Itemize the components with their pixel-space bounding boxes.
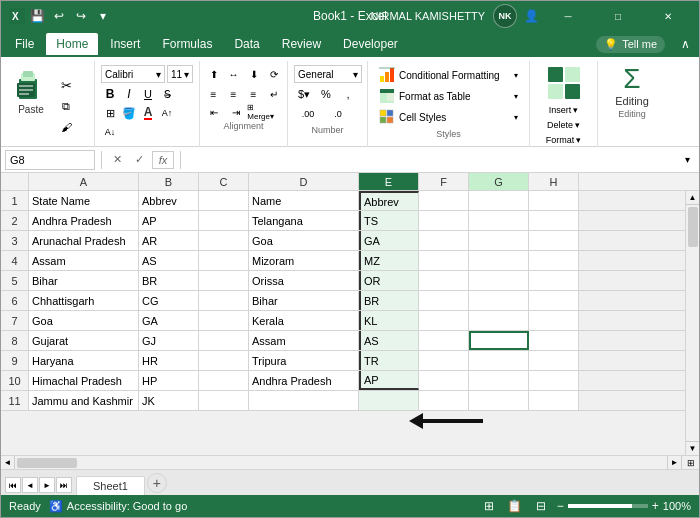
new-sheet-button[interactable]: + (147, 473, 167, 493)
minimize-button[interactable]: ─ (545, 1, 591, 31)
cell[interactable] (419, 231, 469, 250)
font-size-dropdown[interactable]: 11 ▾ (167, 65, 193, 83)
cell[interactable]: Abbrev (139, 191, 199, 210)
currency-button[interactable]: $▾ (294, 85, 314, 103)
cell[interactable]: GA (359, 231, 419, 250)
cell[interactable] (529, 331, 579, 350)
normal-view-button[interactable]: ⊞ (479, 496, 499, 516)
insert-cells-button[interactable]: Insert ▾ (538, 103, 589, 117)
menu-formulas[interactable]: Formulas (152, 33, 222, 55)
cell[interactable] (199, 271, 249, 290)
scroll-up-button[interactable]: ▲ (686, 191, 700, 205)
cell[interactable]: CG (139, 291, 199, 310)
paste-button[interactable]: Paste (9, 65, 53, 147)
scroll-left-button[interactable]: ◄ (1, 456, 15, 470)
cell[interactable]: GA (139, 311, 199, 330)
cell[interactable] (529, 211, 579, 230)
cell[interactable]: GJ (139, 331, 199, 350)
cell[interactable]: AR (139, 231, 199, 250)
strikethrough-button[interactable]: S̶ (158, 85, 176, 103)
increase-decimal-button[interactable]: .00 (294, 105, 322, 123)
horizontal-scrollbar[interactable]: ◄ ► ⊞ (1, 455, 699, 469)
format-table-button[interactable]: Format as Table ▾ (374, 86, 523, 106)
cell[interactable] (419, 251, 469, 270)
customize-qa-button[interactable]: ▾ (93, 6, 113, 26)
cell[interactable]: Orissa (249, 271, 359, 290)
col-header-b[interactable]: B (139, 173, 199, 190)
cell[interactable] (529, 271, 579, 290)
menu-developer[interactable]: Developer (333, 33, 408, 55)
cell[interactable]: Andhra Pradesh (249, 371, 359, 390)
cell[interactable] (199, 211, 249, 230)
cell[interactable] (199, 251, 249, 270)
cell[interactable] (419, 291, 469, 310)
align-top-button[interactable]: ⬆ (204, 65, 223, 83)
cell[interactable] (199, 291, 249, 310)
cell-styles-button[interactable]: Cell Styles ▾ (374, 107, 523, 127)
cell[interactable]: HR (139, 351, 199, 370)
undo-button[interactable]: ↩ (49, 6, 69, 26)
row-header[interactable]: 11 (1, 391, 29, 410)
number-format-dropdown[interactable]: General ▾ (294, 65, 362, 83)
tell-me-input[interactable]: 💡 Tell me (596, 36, 665, 53)
ribbon-expand-button[interactable]: ∧ (675, 34, 695, 54)
italic-button[interactable]: I (120, 85, 138, 103)
cell[interactable] (469, 211, 529, 230)
cell[interactable]: Bihar (249, 291, 359, 310)
cell[interactable]: Mizoram (249, 251, 359, 270)
decrease-decimal-button[interactable]: .0 (324, 105, 352, 123)
col-header-c[interactable]: C (199, 173, 249, 190)
zoom-out-button[interactable]: − (557, 499, 564, 513)
redo-button[interactable]: ↪ (71, 6, 91, 26)
cell[interactable]: Telangana (249, 211, 359, 230)
fill-color-button[interactable]: 🪣 (120, 104, 138, 122)
row-header[interactable]: 3 (1, 231, 29, 250)
comma-button[interactable]: , (338, 85, 358, 103)
menu-home[interactable]: Home (46, 33, 98, 55)
sheet-nav-first[interactable]: ⏮ (5, 477, 21, 493)
sheet-tab-sheet1[interactable]: Sheet1 (76, 476, 145, 495)
cell[interactable]: Himachal Pradesh (29, 371, 139, 390)
delete-cells-button[interactable]: Delete ▾ (538, 118, 589, 132)
zoom-slider-container[interactable]: − + 100% (557, 499, 691, 513)
formula-expand-button[interactable]: ▾ (679, 154, 695, 165)
cell[interactable]: KL (359, 311, 419, 330)
cell[interactable] (419, 311, 469, 330)
font-color-button[interactable]: A (139, 104, 157, 122)
cell[interactable] (469, 251, 529, 270)
cell[interactable]: JK (139, 391, 199, 410)
cell[interactable] (419, 211, 469, 230)
maximize-button[interactable]: □ (595, 1, 641, 31)
formula-input[interactable] (187, 153, 675, 167)
cell[interactable]: Gujarat (29, 331, 139, 350)
cell[interactable] (469, 371, 529, 390)
vertical-scrollbar[interactable]: ▲ ▼ (685, 191, 699, 455)
cell[interactable] (469, 311, 529, 330)
cell[interactable] (419, 271, 469, 290)
cell[interactable]: Name (249, 191, 359, 210)
cell[interactable] (469, 191, 529, 210)
col-header-g[interactable]: G (469, 173, 529, 190)
format-cells-button[interactable]: Format ▾ (538, 133, 589, 147)
cut-button[interactable]: ✂ (55, 75, 77, 95)
cell[interactable]: TS (359, 211, 419, 230)
row-header[interactable]: 1 (1, 191, 29, 210)
cell[interactable] (469, 391, 529, 410)
cell[interactable]: AS (359, 331, 419, 350)
row-header[interactable]: 10 (1, 371, 29, 390)
cell[interactable] (529, 291, 579, 310)
scroll-down-button[interactable]: ▼ (686, 441, 700, 455)
cell[interactable]: Bihar (29, 271, 139, 290)
text-orient-button[interactable]: ⟳ (264, 65, 283, 83)
cell[interactable] (529, 391, 579, 410)
cell[interactable] (419, 371, 469, 390)
row-header[interactable]: 4 (1, 251, 29, 270)
cell[interactable]: MZ (359, 251, 419, 270)
decrease-font-button[interactable]: A↓ (101, 123, 119, 141)
col-header-f[interactable]: F (419, 173, 469, 190)
cell[interactable] (469, 231, 529, 250)
cell[interactable] (359, 391, 419, 410)
cell[interactable] (419, 351, 469, 370)
cell[interactable]: Goa (29, 311, 139, 330)
cell[interactable] (199, 391, 249, 410)
